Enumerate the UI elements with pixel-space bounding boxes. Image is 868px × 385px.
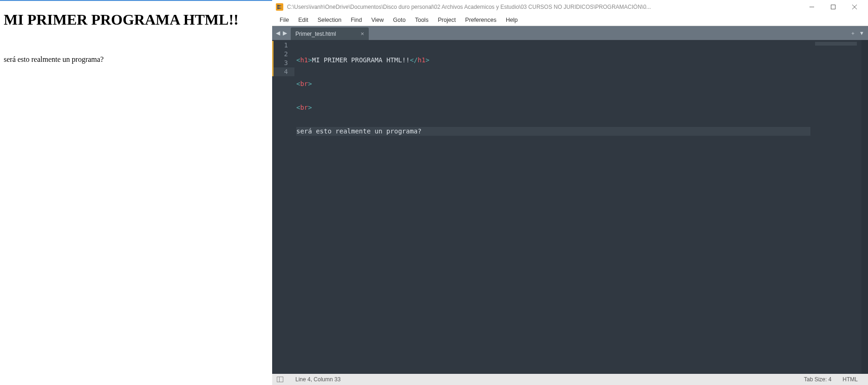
titlebar[interactable]: C:\Users\ivanh\OneDrive\Documentos\Disco… xyxy=(272,0,868,14)
code-line[interactable]: <br> xyxy=(296,80,810,88)
minimap[interactable] xyxy=(810,40,861,374)
maximize-button[interactable] xyxy=(822,0,844,14)
menu-preferences[interactable]: Preferences xyxy=(461,15,501,25)
tab-back-icon[interactable]: ◀ xyxy=(275,29,281,37)
menu-help[interactable]: Help xyxy=(501,15,522,25)
code-line[interactable]: será esto realmente un programa? xyxy=(296,127,810,136)
page-heading: MI PRIMER PROGRAMA HTML!! xyxy=(4,11,268,28)
status-cursor-position[interactable]: Line 4, Column 33 xyxy=(290,376,346,383)
new-tab-icon[interactable]: ＋ xyxy=(850,30,855,37)
tab-label: Primer_test.html xyxy=(295,31,336,37)
window-controls xyxy=(801,0,865,14)
statusbar: Line 4, Column 33 Tab Size: 4 HTML xyxy=(272,374,868,385)
tab-forward-icon[interactable]: ▶ xyxy=(282,29,288,37)
line-number: 1 xyxy=(272,41,294,50)
panel-switch-icon[interactable] xyxy=(277,377,283,382)
tabbar: ◀ ▶ Primer_test.html × ＋ ▼ xyxy=(272,26,868,40)
menu-project[interactable]: Project xyxy=(433,15,461,25)
tab-nav: ◀ ▶ xyxy=(272,26,291,40)
menubar: File Edit Selection Find View Goto Tools… xyxy=(272,14,868,26)
menu-goto[interactable]: Goto xyxy=(388,15,410,25)
code-line[interactable]: <br> xyxy=(296,103,810,112)
gutter: 1 2 3 4 xyxy=(272,40,296,374)
status-tab-size[interactable]: Tab Size: 4 xyxy=(798,376,837,383)
status-syntax[interactable]: HTML xyxy=(837,376,863,383)
page-paragraph: será esto realmente un programa? xyxy=(4,55,268,64)
menu-view[interactable]: View xyxy=(366,15,388,25)
tab-dropdown-icon[interactable]: ▼ xyxy=(859,30,864,36)
editor[interactable]: 1 2 3 4 <h1>MI PRIMER PROGRAMA HTML!!</h… xyxy=(272,40,868,374)
menu-selection[interactable]: Selection xyxy=(313,15,346,25)
line-number: 3 xyxy=(272,59,294,67)
code-area[interactable]: <h1>MI PRIMER PROGRAMA HTML!!</h1> <br> … xyxy=(296,40,810,374)
line-number: 4 xyxy=(272,67,294,76)
minimize-button[interactable] xyxy=(801,0,822,14)
sublime-app-icon xyxy=(276,3,283,11)
line-number: 2 xyxy=(272,50,294,59)
minimap-content-icon xyxy=(815,42,857,46)
title-path: C:\Users\ivanh\OneDrive\Documentos\Disco… xyxy=(287,4,801,10)
tab-primer-test[interactable]: Primer_test.html × xyxy=(291,27,369,40)
vertical-scrollbar[interactable] xyxy=(861,40,868,374)
sublime-window: C:\Users\ivanh\OneDrive\Documentos\Disco… xyxy=(272,0,868,385)
tabbar-right-controls: ＋ ▼ xyxy=(847,26,868,40)
close-window-button[interactable] xyxy=(844,0,865,14)
menu-find[interactable]: Find xyxy=(346,15,366,25)
browser-preview-pane: MI PRIMER PROGRAMA HTML!! será esto real… xyxy=(0,0,272,385)
code-line[interactable]: <h1>MI PRIMER PROGRAMA HTML!!</h1> xyxy=(296,56,810,65)
tab-close-icon[interactable]: × xyxy=(360,30,364,37)
menu-edit[interactable]: Edit xyxy=(294,15,313,25)
menu-tools[interactable]: Tools xyxy=(410,15,433,25)
menu-file[interactable]: File xyxy=(275,15,294,25)
svg-rect-1 xyxy=(831,5,835,9)
